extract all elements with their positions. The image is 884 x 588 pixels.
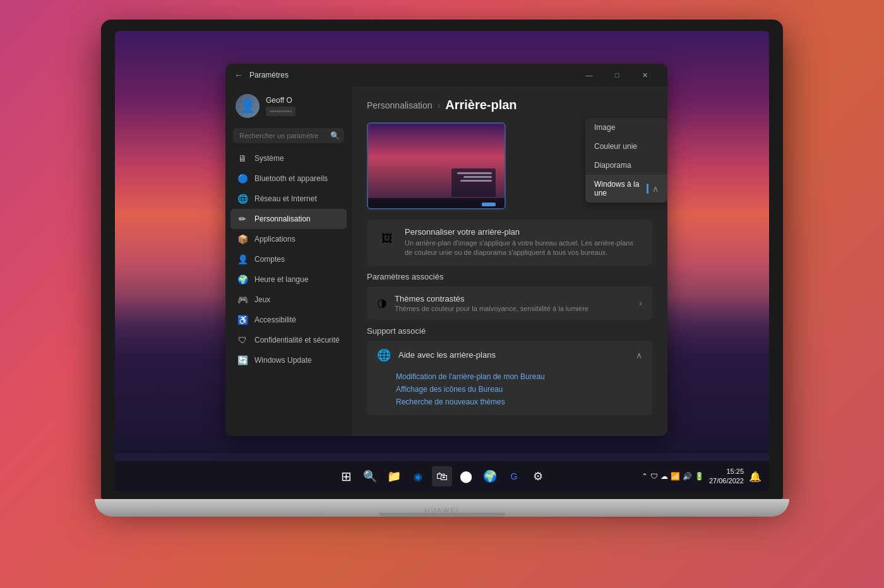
preview-line-1 [457,172,492,174]
taskbar-right: ⌃ 🛡 ☁ 📶 🔊 🔋 15:25 27/06/2022 🔔 [642,467,762,486]
settings-window: ← Paramètres — □ ✕ 👤 [225,64,667,436]
breadcrumb-separator: › [438,100,441,110]
minimize-button[interactable]: — [575,65,603,85]
laptop-base: HUAWEI [95,499,789,517]
taskbar-date: 27/06/2022 [709,476,744,486]
sidebar-item-bluetooth[interactable]: 🔵 Bluetooth et appareils [230,168,347,189]
breadcrumb: Personnalisation › Arrière-plan [367,98,652,112]
jeux-icon: 🎮 [237,294,248,305]
wallpaper-preview [367,122,506,209]
comptes-icon: 👤 [237,254,248,265]
taskbar-start-button[interactable]: ⊞ [336,466,356,486]
taskbar-notification-icon[interactable]: 🔔 [749,471,762,483]
systeme-icon: 🖥 [237,153,248,164]
sidebar-item-windows-update[interactable]: 🔄 Windows Update [230,350,347,370]
reseau-icon: 🌐 [237,193,248,204]
taskbar-battery-icon[interactable]: 🔋 [695,472,704,481]
support-associe-label: Support associé [367,326,652,336]
support-link-3[interactable]: Recherche de nouveaux thèmes [396,397,642,406]
heure-icon: 🌍 [237,274,248,285]
maximize-button[interactable]: □ [603,65,631,85]
sidebar-item-applications[interactable]: 📦 Applications [230,229,347,249]
background-type-dropdown[interactable]: Image Couleur unie Diaporama Windows à l… [585,118,667,203]
taskbar-settings-icon[interactable]: ⚙ [528,466,548,486]
themes-title: Thèmes contrastés [395,294,631,303]
sidebar-item-accessibilite[interactable]: ♿ Accessibilité [230,310,347,330]
screen-bezel: ← Paramètres — □ ✕ 👤 [101,20,783,499]
taskbar-center: ⊞ 🔍 📁 ◉ 🛍 ⬤ 🌍 G ⚙ [336,466,548,486]
taskbar-chrome-icon[interactable]: ⬤ [456,466,476,486]
dropdown-item-diaporama[interactable]: Diaporama [585,156,667,175]
window-controls: — □ ✕ [575,65,659,85]
back-button[interactable]: ← [234,70,243,80]
settings-sidebar: 👤 Geoff O •••••••••• 🔍 🖥 [225,86,352,436]
user-profile[interactable]: 👤 Geoff O •••••••••• [230,86,347,126]
sidebar-item-jeux[interactable]: 🎮 Jeux [230,290,347,310]
themes-chevron-icon: › [639,298,642,308]
close-button[interactable]: ✕ [631,65,659,85]
customize-icon: 🖼 [377,228,397,249]
support-link-2[interactable]: Affichage des icônes du Bureau [396,385,642,394]
search-box[interactable]: 🔍 [233,128,344,143]
taskbar-clock[interactable]: 15:25 27/06/2022 [709,467,744,486]
sidebar-item-confidentialite[interactable]: 🛡 Confidentialité et sécurité [230,330,347,350]
bluetooth-icon: 🔵 [237,173,248,184]
update-icon: 🔄 [237,355,248,366]
themes-item[interactable]: ◑ Thèmes contrastés Thèmes de couleur po… [367,286,652,320]
laptop-shell: ← Paramètres — □ ✕ 👤 [69,20,815,568]
avatar: 👤 [236,94,260,118]
preview-line-3 [460,180,492,182]
taskbar-wifi-icon[interactable]: 📶 [671,472,680,481]
parametres-associes-label: Paramètres associés [367,272,652,281]
support-header[interactable]: 🌐 Aide avec les arrière-plans ∧ [367,341,652,370]
breadcrumb-parent[interactable]: Personnalisation [367,100,433,110]
taskbar-edge-icon[interactable]: ◉ [408,466,428,486]
sidebar-item-comptes[interactable]: 👤 Comptes [230,249,347,269]
sidebar-label-perso: Personnalisation [254,215,311,223]
dropdown-item-couleur[interactable]: Couleur unie [585,137,667,156]
support-block: 🌐 Aide avec les arrière-plans ∧ Modifica… [367,341,652,415]
access-icon: ♿ [237,314,248,326]
taskbar-maps-icon[interactable]: 🌍 [480,466,500,486]
user-info: Geoff O •••••••••• [266,96,342,116]
laptop-notch [379,513,505,517]
sidebar-label-access: Accessibilité [254,315,296,324]
themes-text: Thèmes contrastés Thèmes de couleur pour… [395,294,631,312]
themes-icon: ◑ [377,296,387,310]
taskbar-store-icon[interactable]: 🛍 [432,466,452,486]
search-input[interactable] [239,132,326,139]
window-title: Paramètres [249,71,289,79]
sidebar-label-jeux: Jeux [254,295,270,304]
sidebar-label-heure: Heure et langue [254,275,308,284]
taskbar-google-icon[interactable]: G [504,466,524,486]
preview-line-2 [463,176,492,178]
dropdown-chevron-up: ∧ [652,184,659,194]
sidebar-label-comptes: Comptes [254,255,285,264]
window-titlebar: ← Paramètres — □ ✕ [225,64,667,86]
support-links: Modification de l'arrière-plan de mon Bu… [367,370,652,415]
sidebar-item-heure[interactable]: 🌍 Heure et langue [230,269,347,290]
perso-icon: ✏ [237,213,248,225]
taskbar-sound-icon[interactable]: 🔊 [683,472,692,481]
themes-block[interactable]: ◑ Thèmes contrastés Thèmes de couleur po… [367,286,652,320]
selected-indicator [647,184,648,194]
user-email: •••••••••• [266,107,296,116]
dropdown-item-image[interactable]: Image [585,118,667,137]
taskbar-search-icon[interactable]: 🔍 [360,466,380,486]
dropdown-item-windows-label: Windows à la une [594,180,647,197]
themes-desc: Thèmes de couleur pour la malvoyance, se… [395,305,631,312]
sidebar-item-reseau[interactable]: 🌐 Réseau et Internet [230,189,347,209]
taskbar-shield-icon[interactable]: 🛡 [650,472,658,481]
sidebar-label-update: Windows Update [254,356,312,365]
taskbar-chevron-icon[interactable]: ⌃ [642,472,648,481]
user-name: Geoff O [266,96,342,105]
sidebar-item-systeme[interactable]: 🖥 Système [230,148,347,168]
taskbar-cloud-icon[interactable]: ☁ [660,472,668,481]
dropdown-item-windows[interactable]: Windows à la une ∧ [585,175,667,203]
sidebar-item-personnalisation[interactable]: ✏ Personnalisation [230,209,347,229]
taskbar-sys-icons: ⌃ 🛡 ☁ 📶 🔊 🔋 [642,472,704,481]
support-link-1[interactable]: Modification de l'arrière-plan de mon Bu… [396,372,642,381]
preview-desktop-bar [451,168,496,197]
titlebar-left: ← Paramètres [234,70,289,80]
taskbar-files-icon[interactable]: 📁 [384,466,404,486]
